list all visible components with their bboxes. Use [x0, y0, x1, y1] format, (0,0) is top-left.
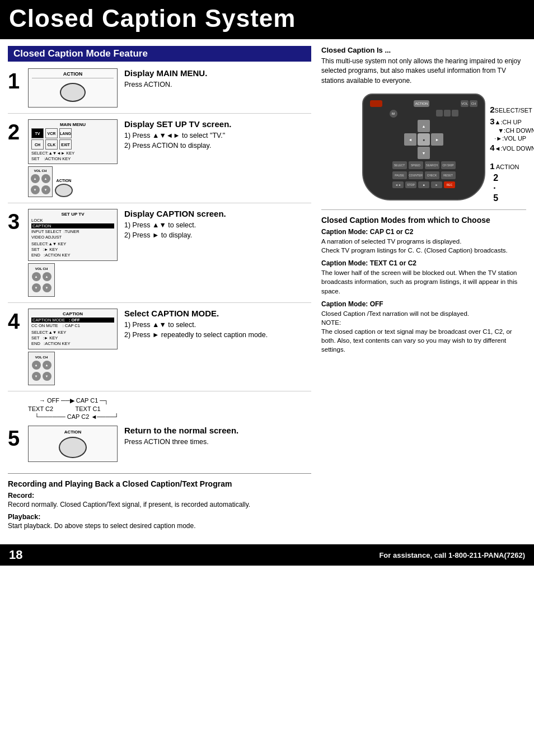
step-3: 3 SET UP TV LOCK CAPTION INPUT SELECT :T…: [8, 209, 311, 303]
cc-is-section: Closed Caption Is ... This multi-use sys…: [321, 46, 526, 86]
step-number-1: 1: [8, 71, 25, 92]
page-title: Closed Caption System: [9, 4, 525, 32]
action-button-icon: [60, 83, 86, 102]
cc-mode-cap: Caption Mode: CAP C1 or C2 A narration o…: [321, 228, 526, 255]
action-label-icon: ACTION: [414, 100, 429, 107]
step-4-text: Select CAPTION MODE. 1) Press ▲▼ to sele…: [124, 309, 311, 340]
step-2-text: Display SET UP TV screen. 1) Press ▲▼◄► …: [124, 119, 311, 151]
left-column: Closed Caption Mode Feature 1 ACTION Dis…: [8, 46, 321, 530]
center-button-icon: ●: [418, 133, 430, 146]
step-1-text: Display MAIN MENU. Press ACTION.: [124, 68, 311, 90]
step-3-visual: SET UP TV LOCK CAPTION INPUT SELECT :TUN…: [28, 209, 118, 297]
cc-mode-off: Caption Mode: OFF Closed Caption /Text n…: [321, 300, 526, 354]
step-3-remote: VOL CH ▲ ▼ ▲ ▼: [28, 263, 55, 297]
main-content: Closed Caption Mode Feature 1 ACTION Dis…: [0, 39, 534, 536]
step-5-text: Return to the normal screen. Press ACTIO…: [124, 426, 311, 447]
step-2-visual: MAIN MENU TV VCR LANG CH CLK EXIT SELECT…: [28, 119, 118, 197]
section-header: Closed Caption Mode Feature: [8, 46, 311, 62]
help-text: For assistance, call 1-800-211-PANA(7262…: [379, 551, 525, 559]
step-5: 5 ACTION Return to the normal screen. Pr…: [8, 426, 311, 468]
step-4: 4 CAPTION CAPTION MODE : OFF CC ON MUTE …: [8, 309, 311, 391]
up-arrow-icon: ▲: [418, 120, 430, 132]
page-footer: 18 For assistance, call 1-800-211-PANA(7…: [0, 544, 534, 566]
cc-mode-text: Caption Mode: TEXT C1 or C2 The lower ha…: [321, 259, 526, 295]
dpad: ▲ ◄ ● ► ▼: [404, 120, 443, 159]
mode-flow-diagram: → OFF ──▶ CAP C1 ─┐ TEXT C2 TEXT C1 └───…: [28, 397, 311, 420]
power-button-icon: [370, 100, 382, 107]
down-arrow-icon: ▼: [418, 147, 430, 159]
left-arrow-icon: ◄: [404, 133, 416, 146]
cc-modes-section: Closed Caption Modes from which to Choos…: [321, 209, 526, 354]
remote-side-labels: 2SELECT/SET 3▲:CH UP ▼:CH DOWN ·►:VOL UP…: [490, 105, 534, 203]
step-3-text: Display CAPTION screen. 1) Press ▲▼ to s…: [124, 209, 311, 240]
page-number: 18: [9, 548, 22, 562]
step-2-remote: VOL CH ▲ ▼ ▲ ▼: [28, 166, 53, 197]
action-icon-step2: [55, 184, 73, 197]
page-header: Closed Caption System: [0, 0, 534, 39]
step-number-3: 3: [8, 211, 25, 232]
step-1: 1 ACTION Display MAIN MENU. Press ACTION…: [8, 68, 311, 114]
step-4-remote: VOL CH ▲ ▼ ▲ ▼: [28, 352, 55, 385]
step-5-visual: ACTION: [28, 426, 118, 462]
step-4-visual: CAPTION CAPTION MODE : OFF CC ON MUTE : …: [28, 309, 118, 385]
step-1-visual: ACTION: [28, 68, 118, 108]
step-2: 2 MAIN MENU TV VCR LANG CH CLK EXIT SELE…: [8, 119, 311, 203]
right-arrow-icon: ►: [431, 133, 443, 146]
remote-diagram: ACTION VOL CH M: [362, 94, 485, 200]
step-number-5: 5: [8, 428, 25, 449]
step-number-4: 4: [8, 311, 25, 332]
step-number-2: 2: [8, 122, 25, 143]
right-column: Closed Caption Is ... This multi-use sys…: [321, 46, 526, 530]
recording-section: Recording and Playing Back a Closed Capt…: [8, 473, 311, 530]
action-icon-step5: [59, 437, 87, 458]
